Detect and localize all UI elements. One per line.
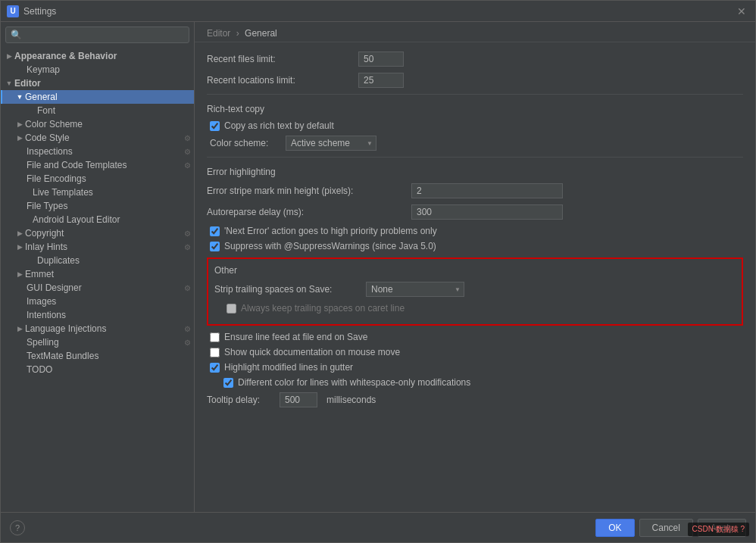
sidebar-item-label: File and Code Templates: [27, 160, 181, 170]
sidebar-item-code-style[interactable]: Code Style ⚙: [1, 131, 194, 145]
show-quick-doc-checkbox[interactable]: [210, 348, 220, 357]
content-area: Appearance & Behavior Keymap Editor Gene…: [1, 22, 755, 512]
different-color-label: Different color for lines with whitespac…: [238, 377, 470, 388]
settings-panel: Recent files limit: Recent locations lim…: [195, 42, 755, 512]
color-scheme-select[interactable]: Active scheme Default Darcula: [286, 136, 376, 151]
close-button[interactable]: ✕: [734, 4, 749, 19]
title-bar: U Settings ✕: [1, 1, 755, 22]
sidebar-item-inspections[interactable]: Inspections ⚙: [1, 145, 194, 158]
sidebar-item-label: TextMate Bundles: [27, 351, 191, 361]
strip-trailing-select-wrapper: None All Modified Lines: [366, 282, 464, 297]
error-stripe-input[interactable]: [411, 183, 563, 198]
arrow-icon: [14, 228, 25, 239]
sidebar: Appearance & Behavior Keymap Editor Gene…: [1, 22, 195, 512]
tooltip-delay-unit: milliseconds: [326, 395, 376, 405]
app-icon: U: [7, 5, 19, 17]
search-input[interactable]: [5, 27, 189, 43]
cancel-button[interactable]: Cancel: [639, 519, 693, 537]
sidebar-item-file-encodings[interactable]: File Encodings: [1, 172, 194, 186]
sidebar-item-editor[interactable]: Editor: [1, 76, 194, 90]
tooltip-delay-input[interactable]: [280, 392, 317, 407]
sidebar-item-emmet[interactable]: Emmet: [1, 267, 194, 281]
arrow-icon: [4, 51, 14, 61]
suppress-row: Suppress with @SuppressWarnings (since J…: [207, 241, 743, 251]
sidebar-item-label: TODO: [27, 364, 191, 375]
ensure-line-feed-label: Ensure line feed at file end on Save: [224, 332, 367, 342]
sidebar-item-color-scheme[interactable]: Color Scheme: [1, 117, 194, 131]
sidebar-item-general[interactable]: General: [1, 90, 194, 104]
highlight-modified-checkbox[interactable]: [210, 363, 220, 373]
sidebar-item-label: File Encodings: [27, 173, 191, 184]
sidebar-item-label: Font: [37, 105, 191, 116]
help-button[interactable]: ?: [10, 520, 25, 535]
color-scheme-label: Color scheme:: [210, 138, 286, 148]
sidebar-item-label: Intentions: [27, 310, 191, 320]
divider: [207, 94, 743, 95]
sidebar-item-label: Inlay Hints: [25, 242, 181, 252]
sidebar-item-label: Live Templates: [33, 187, 191, 198]
highlight-modified-row: Highlight modified lines in gutter: [207, 362, 743, 373]
window-title: Settings: [23, 6, 734, 17]
next-error-checkbox[interactable]: [210, 226, 220, 236]
arrow-icon: [14, 242, 25, 252]
other-section-highlighted: Other Strip trailing spaces on Save: Non…: [207, 257, 743, 326]
sidebar-item-copyright[interactable]: Copyright ⚙: [1, 226, 194, 240]
strip-trailing-select[interactable]: None All Modified Lines: [366, 282, 464, 297]
sidebar-item-label: File Types: [27, 201, 191, 211]
sidebar-item-appearance[interactable]: Appearance & Behavior: [1, 49, 194, 63]
arrow-icon: [14, 92, 25, 102]
arrow-icon: [14, 323, 25, 334]
suppress-checkbox[interactable]: [210, 242, 220, 251]
ok-button[interactable]: OK: [595, 519, 634, 537]
breadcrumb-path: Editor: [207, 28, 230, 39]
sidebar-item-label: Inspections: [27, 146, 181, 157]
breadcrumb: Editor › General: [195, 22, 755, 42]
always-keep-checkbox[interactable]: [226, 304, 236, 314]
recent-files-input[interactable]: [358, 51, 404, 67]
arrow-icon: [4, 78, 14, 89]
copy-rich-text-checkbox[interactable]: [210, 121, 220, 131]
autoreparse-input[interactable]: [411, 204, 563, 220]
other-section-header: Other: [214, 265, 736, 276]
show-quick-doc-row: Show quick documentation on mouse move: [207, 347, 743, 357]
settings-icon: ⚙: [184, 148, 191, 156]
sidebar-item-label: Android Layout Editor: [33, 214, 191, 225]
sidebar-item-file-types[interactable]: File Types: [1, 199, 194, 213]
sidebar-item-language-injections[interactable]: Language Injections ⚙: [1, 322, 194, 335]
sidebar-item-todo[interactable]: TODO: [1, 363, 194, 376]
sidebar-item-images[interactable]: Images: [1, 295, 194, 308]
strip-trailing-label: Strip trailing spaces on Save:: [214, 284, 366, 295]
ensure-line-feed-checkbox[interactable]: [210, 332, 220, 342]
different-color-row: Different color for lines with whitespac…: [207, 377, 743, 388]
tooltip-delay-row: Tooltip delay: milliseconds: [207, 392, 743, 407]
sidebar-item-duplicates[interactable]: Duplicates: [1, 254, 194, 267]
recent-locations-input[interactable]: [358, 73, 404, 88]
sidebar-item-live-templates[interactable]: Live Templates: [1, 186, 194, 199]
sidebar-item-label: Appearance & Behavior: [14, 51, 191, 61]
sidebar-item-file-code-templates[interactable]: File and Code Templates ⚙: [1, 158, 194, 172]
sidebar-item-android-layout-editor[interactable]: Android Layout Editor: [1, 213, 194, 226]
sidebar-item-spelling[interactable]: Spelling ⚙: [1, 335, 194, 349]
ensure-line-feed-row: Ensure line feed at file end on Save: [207, 332, 743, 342]
sidebar-item-font[interactable]: Font: [1, 104, 194, 117]
recent-locations-row: Recent locations limit:: [207, 73, 743, 88]
breadcrumb-separator: ›: [236, 28, 239, 39]
sidebar-item-keymap[interactable]: Keymap: [1, 63, 194, 76]
sidebar-item-inlay-hints[interactable]: Inlay Hints ⚙: [1, 240, 194, 254]
sidebar-item-label: Color Scheme: [25, 119, 191, 130]
sidebar-item-gui-designer[interactable]: GUI Designer ⚙: [1, 281, 194, 295]
settings-icon: ⚙: [184, 229, 191, 238]
sidebar-item-label: Language Injections: [25, 323, 181, 334]
always-keep-label: Always keep trailing spaces on caret lin…: [241, 303, 405, 314]
suppress-label: Suppress with @SuppressWarnings (since J…: [224, 241, 436, 251]
sidebar-item-intentions[interactable]: Intentions: [1, 308, 194, 322]
breadcrumb-current: General: [245, 28, 277, 39]
sidebar-item-textmate-bundles[interactable]: TextMate Bundles: [1, 349, 194, 363]
show-quick-doc-label: Show quick documentation on mouse move: [224, 347, 400, 357]
arrow-icon: [14, 133, 25, 143]
different-color-checkbox[interactable]: [223, 378, 233, 388]
recent-files-label: Recent files limit:: [207, 54, 358, 64]
selected-indicator: [1, 90, 2, 104]
sidebar-item-label: General: [25, 92, 191, 102]
tooltip-delay-label: Tooltip delay:: [207, 395, 275, 405]
